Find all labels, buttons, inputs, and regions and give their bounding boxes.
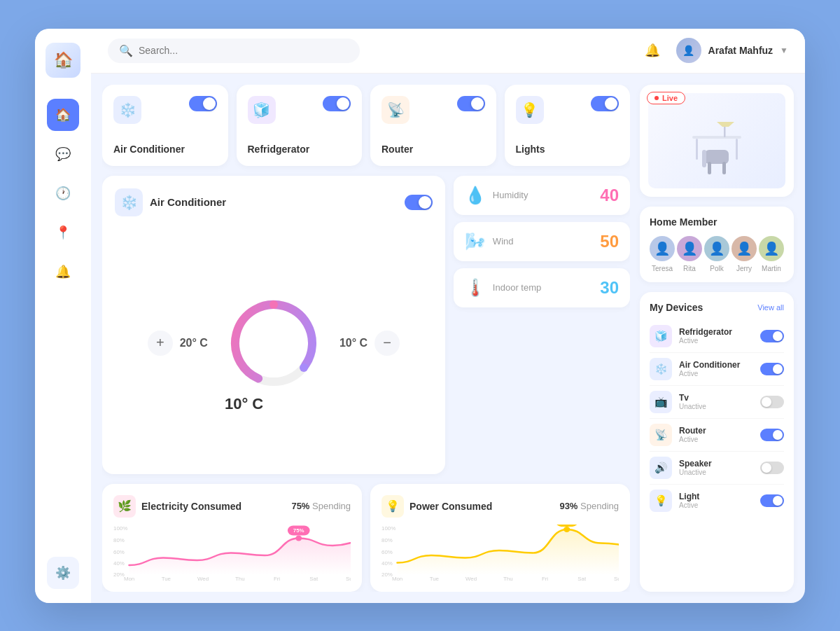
lights-device-name: Lights (516, 144, 620, 155)
light-row-toggle[interactable] (760, 494, 784, 507)
router-row-icon: 📡 (650, 424, 672, 446)
router-row-toggle[interactable] (760, 429, 784, 441)
view-all-button[interactable]: View all (757, 303, 784, 312)
tv-row-name: Tv (679, 393, 753, 403)
power-chart-area: 100% 80% 60% 40% 20% 93% MonTueWedThuFri… (382, 525, 619, 581)
indoor_temp-label: Indoor temp (493, 282, 541, 293)
member-name-jerry: Jerry (736, 265, 752, 272)
member-avatar-martin: 👤 (759, 236, 784, 261)
svg-rect-39 (705, 150, 729, 164)
chair-svg (685, 111, 748, 181)
app-container: 🏠 🏠 💬 🕐 📍 🔔 ⚙️ 🔍 🔔 👤 Arafat Mahfuz ▼ (35, 29, 805, 603)
my-device-speaker: 🔊 Speaker Unactive (650, 452, 784, 485)
wind-label: Wind (493, 236, 514, 247)
router-row-info: Router Active (679, 426, 753, 443)
power-chart-title: Power Consumed (410, 501, 492, 512)
fridge-device-icon: 🧊 (248, 96, 276, 124)
speaker-row-status: Unactive (679, 469, 753, 476)
member-teresa[interactable]: 👤 Teresa (650, 236, 675, 272)
user-name: Arafat Mahfuz (708, 45, 774, 56)
sidebar-item-location[interactable]: 📍 (47, 216, 79, 249)
light-row-icon: 💡 (650, 490, 672, 512)
sidebar-item-chat[interactable]: 💬 (47, 138, 79, 170)
live-card: Live (640, 85, 794, 197)
device-card-lights: 💡 Lights (505, 85, 631, 166)
lights-toggle[interactable] (591, 96, 619, 111)
svg-rect-42 (702, 150, 706, 167)
live-room-image (648, 93, 785, 188)
wind-icon: 🌬️ (465, 232, 486, 251)
weather-card-wind: 🌬️ Wind 50 (454, 222, 630, 261)
refridgerator-row-status: Active (679, 337, 753, 345)
my-device-air-conditioner: ❄️ Air Conditioner Active (650, 353, 784, 386)
member-avatar-teresa: 👤 (650, 236, 675, 261)
member-martin[interactable]: 👤 Martin (759, 236, 784, 272)
temp-decrease-button[interactable]: + (148, 331, 173, 356)
search-box[interactable]: 🔍 (108, 39, 360, 63)
electricity-spending: 75% Spending (291, 501, 351, 511)
avatar: 👤 (676, 38, 701, 63)
my-device-light: 💡 Light Active (650, 485, 784, 517)
svg-point-24 (564, 526, 570, 532)
tv-row-toggle[interactable] (760, 396, 784, 408)
light-row-name: Light (679, 492, 753, 501)
notification-button[interactable]: 🔔 (640, 38, 665, 63)
indoor_temp-icon: 🌡️ (465, 278, 486, 298)
device-card-fridge: 🧊 Refridgerator (237, 85, 363, 166)
middle-row: ❄️ Air Conditioner + 20° C (102, 176, 630, 474)
sidebar: 🏠 🏠 💬 🕐 📍 🔔 ⚙️ (35, 29, 91, 603)
refridgerator-row-toggle[interactable] (760, 330, 784, 342)
svg-rect-36 (736, 139, 738, 160)
fridge-toggle[interactable] (323, 96, 351, 111)
my-devices-header: My Devices View all (650, 302, 784, 313)
ac-toggle[interactable] (405, 195, 433, 210)
member-avatar-jerry: 👤 (732, 236, 757, 261)
humidity-icon: 💧 (465, 186, 486, 205)
ac-icon: ❄️ (115, 188, 143, 216)
svg-text:75%: 75% (293, 527, 304, 533)
sidebar-logo: 🏠 (46, 43, 80, 78)
chevron-down-icon: ▼ (780, 46, 788, 55)
svg-text:60%: 60% (382, 549, 393, 555)
power-spending: 93% Spending (559, 501, 619, 511)
temp-increase-button[interactable]: − (374, 331, 400, 356)
ac-device-icon: ❄️ (113, 96, 141, 124)
svg-text:Mon: Mon (392, 576, 402, 581)
right-panel: Live (640, 85, 794, 592)
search-input[interactable] (139, 45, 349, 56)
svg-text:40%: 40% (382, 560, 393, 566)
chart-card-electricity: 🌿 Electricity Consumed 75% Spending 100%… (102, 484, 362, 592)
router-device-icon: 📡 (382, 96, 410, 124)
air conditioner-row-toggle[interactable] (760, 363, 784, 375)
svg-text:Wed: Wed (465, 576, 477, 581)
svg-point-2 (270, 300, 278, 309)
settings-button[interactable]: ⚙️ (47, 557, 79, 589)
member-rita[interactable]: 👤 Rita (677, 236, 702, 272)
svg-point-9 (295, 535, 302, 541)
user-info[interactable]: 👤 Arafat Mahfuz ▼ (676, 38, 788, 63)
sidebar-item-home[interactable]: 🏠 (47, 99, 79, 131)
search-icon: 🔍 (119, 44, 133, 57)
temp-right: 10° C (340, 337, 368, 349)
member-avatar-polk: 👤 (704, 236, 729, 261)
my-device-router: 📡 Router Active (650, 419, 784, 452)
router-toggle[interactable] (457, 96, 485, 111)
live-label: Live (662, 94, 678, 102)
speaker-row-toggle[interactable] (760, 462, 784, 474)
member-jerry[interactable]: 👤 Jerry (732, 236, 757, 272)
svg-rect-35 (696, 139, 698, 160)
svg-text:Fri: Fri (542, 576, 549, 581)
tv-row-icon: 📺 (650, 391, 672, 413)
temp-center: 10° C (225, 395, 263, 413)
light-row-info: Light Active (679, 492, 753, 509)
weather-card-indoor_temp: 🌡️ Indoor temp 30 (454, 268, 630, 307)
speaker-row-name: Speaker (679, 459, 753, 469)
member-polk[interactable]: 👤 Polk (704, 236, 729, 272)
sidebar-item-history[interactable]: 🕐 (47, 177, 79, 209)
ac-toggle[interactable] (189, 96, 217, 111)
member-name-teresa: Teresa (652, 265, 673, 272)
home-member-card: Home Member 👤 Teresa 👤 Rita 👤 Polk 👤 Jer… (640, 207, 794, 282)
temp-left: 20° C (180, 337, 208, 349)
header: 🔍 🔔 👤 Arafat Mahfuz ▼ (91, 29, 805, 74)
sidebar-item-notifications[interactable]: 🔔 (47, 256, 79, 288)
